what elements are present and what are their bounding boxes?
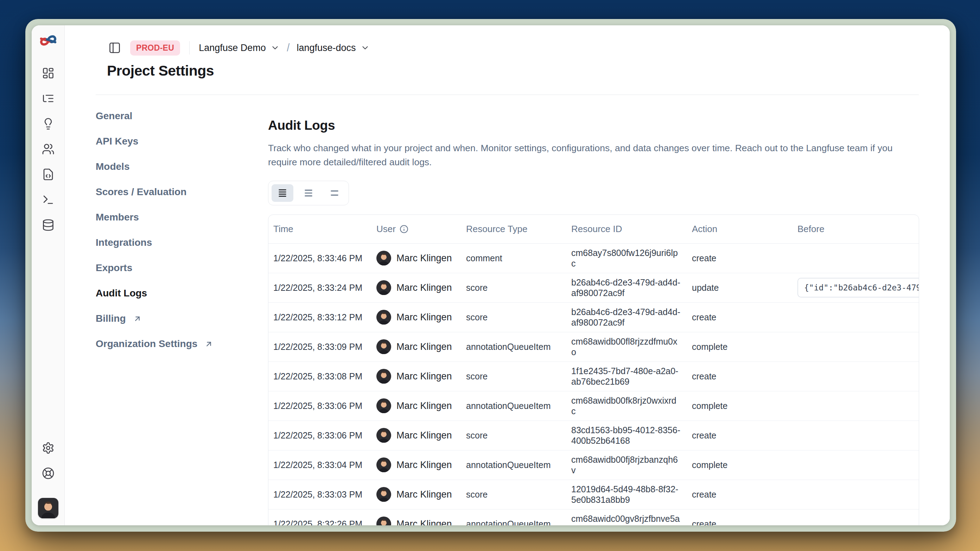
audit-time: 1/22/2025, 8:33:46 PM — [268, 243, 371, 273]
audit-action: create — [687, 302, 792, 332]
settings-nav-item-general[interactable]: General — [95, 103, 268, 129]
settings-nav-item-billing[interactable]: Billing — [95, 306, 268, 331]
user-avatar — [376, 457, 391, 472]
user-name: Marc Klingen — [396, 371, 452, 382]
audit-action: complete — [687, 332, 792, 362]
audit-resource-type: score — [461, 421, 566, 450]
sidebar-item-users[interactable] — [40, 141, 57, 157]
app-window: PROD-EU Langfuse Demo / langfuse-docs Pr… — [25, 19, 956, 532]
row-height-small-button[interactable] — [272, 184, 293, 202]
settings-nav-label: Scores / Evaluation — [95, 186, 186, 198]
user-avatar — [376, 369, 391, 384]
audit-user: Marc Klingen — [376, 339, 455, 354]
column-header-before: Before — [792, 215, 919, 244]
audit-user: Marc Klingen — [376, 251, 455, 265]
gear-icon — [42, 441, 54, 454]
audit-logs-section: Audit Logs Track who changed what in you… — [268, 95, 919, 525]
audit-resource-type: comment — [461, 243, 566, 273]
table-header-row: Time User Resource Type — [268, 215, 919, 244]
support-button[interactable] — [40, 465, 57, 482]
audit-resource-type: score — [461, 302, 566, 332]
user-name: Marc Klingen — [396, 282, 452, 294]
desktop-background: PROD-EU Langfuse Demo / langfuse-docs Pr… — [0, 0, 980, 551]
audit-action: create — [687, 243, 792, 273]
settings-nav-item-models[interactable]: Models — [95, 154, 268, 179]
audit-resource-id: b26ab4c6-d2e3-479d-ad4d-af980072ac9f — [566, 302, 687, 332]
project-selector[interactable]: langfuse-docs — [296, 43, 369, 54]
audit-action: complete — [687, 391, 792, 421]
audit-log-row: 1/22/2025, 8:33:46 PM Marc Klingen comme… — [268, 243, 919, 273]
user-avatar — [376, 251, 391, 265]
audit-user: Marc Klingen — [376, 516, 455, 525]
audit-action: create — [687, 421, 792, 450]
audit-time: 1/22/2025, 8:33:04 PM — [268, 450, 371, 480]
audit-user: Marc Klingen — [376, 457, 455, 472]
info-icon[interactable] — [399, 224, 409, 234]
file-code-icon — [42, 168, 54, 181]
before-json-preview[interactable]: {"id":"b26ab4c6-d2e3-479d-a — [797, 278, 919, 297]
audit-action: update — [687, 273, 792, 302]
user-name: Marc Klingen — [396, 459, 452, 471]
settings-nav-label: Organization Settings — [95, 338, 197, 349]
environment-badge: PROD-EU — [130, 40, 180, 56]
audit-resource-type: score — [461, 362, 566, 391]
audit-resource-id: cm68awidb00fl8rjzzdfmu0xo — [566, 332, 687, 362]
sidebar-item-tracing[interactable] — [40, 90, 57, 107]
chevron-down-icon — [270, 43, 280, 52]
org-selector[interactable]: Langfuse Demo — [199, 43, 280, 54]
row-height-medium-button[interactable] — [298, 184, 320, 202]
column-header-user: User — [371, 215, 461, 244]
sidebar-item-datasets[interactable] — [40, 166, 57, 183]
user-name: Marc Klingen — [396, 400, 452, 412]
audit-action: create — [687, 509, 792, 525]
audit-resource-type: score — [461, 480, 566, 509]
settings-nav-item-scores-evaluation[interactable]: Scores / Evaluation — [95, 179, 268, 205]
column-header-resource-id: Resource ID — [566, 215, 687, 244]
audit-log-row: 1/22/2025, 8:33:03 PM Marc Klingen score… — [268, 480, 919, 509]
audit-time: 1/22/2025, 8:32:26 PM — [268, 509, 371, 525]
audit-resource-type: annotationQueueItem — [461, 391, 566, 421]
settings-nav-item-members[interactable]: Members — [95, 205, 268, 230]
sidebar-item-playground[interactable] — [40, 191, 57, 208]
audit-action: create — [687, 362, 792, 391]
chevron-down-icon — [361, 43, 370, 52]
user-avatar — [376, 280, 391, 295]
settings-nav-label: Exports — [95, 262, 132, 273]
settings-nav-item-organization-settings[interactable]: Organization Settings — [95, 331, 268, 357]
page-header: PROD-EU Langfuse Demo / langfuse-docs Pr… — [95, 25, 919, 95]
audit-log-row: 1/22/2025, 8:33:24 PM Marc Klingen score… — [268, 273, 919, 302]
settings-nav-item-api-keys[interactable]: API Keys — [95, 129, 268, 154]
toggle-sidebar-button[interactable] — [107, 40, 123, 56]
user-name: Marc Klingen — [396, 430, 452, 441]
audit-user: Marc Klingen — [376, 369, 455, 384]
audit-action: complete — [687, 450, 792, 480]
audit-resource-id: 12019d64-5d49-48b8-8f32-5e0b831a8bb9 — [566, 480, 687, 509]
audit-logs-table: Time User Resource Type — [268, 214, 919, 526]
settings-nav-label: Billing — [95, 313, 126, 324]
section-title: Audit Logs — [268, 118, 919, 133]
audit-resource-type: score — [461, 273, 566, 302]
sidebar-item-dashboard[interactable] — [40, 65, 57, 82]
settings-nav-item-integrations[interactable]: Integrations — [95, 230, 268, 255]
life-buoy-icon — [42, 467, 54, 480]
audit-time: 1/22/2025, 8:33:12 PM — [268, 302, 371, 332]
user-name: Marc Klingen — [396, 518, 452, 525]
row-height-large-button[interactable] — [324, 184, 345, 202]
external-link-icon — [204, 340, 213, 348]
langfuse-logo-icon — [40, 34, 57, 47]
sidebar-item-prompts[interactable] — [40, 115, 57, 132]
settings-nav-item-audit-logs[interactable]: Audit Logs — [95, 281, 268, 306]
audit-resource-id: cm68awidb00fk8rjz0wxixrdc — [566, 391, 687, 421]
user-avatar — [376, 310, 391, 324]
sidebar-item-database[interactable] — [40, 217, 57, 233]
audit-time: 1/22/2025, 8:33:09 PM — [268, 332, 371, 362]
settings-button[interactable] — [40, 440, 57, 456]
section-description: Track who changed what in your project a… — [268, 141, 917, 170]
settings-nav-item-exports[interactable]: Exports — [95, 255, 268, 281]
settings-nav-label: API Keys — [95, 136, 138, 147]
audit-resource-id: cm68ay7s800fw126j9uri6lpc — [566, 243, 687, 273]
audit-user: Marc Klingen — [376, 487, 455, 502]
audit-time: 1/22/2025, 8:33:24 PM — [268, 273, 371, 302]
audit-resource-type: annotationQueueItem — [461, 450, 566, 480]
user-avatar[interactable] — [38, 498, 58, 518]
